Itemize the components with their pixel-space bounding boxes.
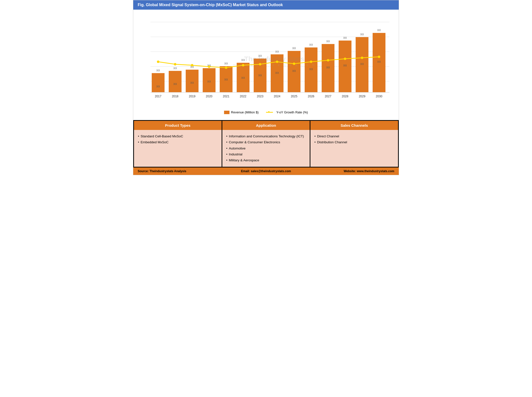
app-item-2: Computer & Consumer Electronics: [226, 139, 306, 145]
svg-text:XX: XX: [156, 85, 160, 88]
chart-svg: XX XX XX XX XX XX XX XX XX XX: [138, 15, 394, 108]
bar-2018: [169, 71, 182, 92]
dot-2017: [157, 61, 159, 63]
footer: Source: Theindustrystats Analysis Email:…: [133, 167, 399, 175]
product-types-body: Standard Cell-Based MxSoC Embedded MxSoC: [134, 130, 222, 167]
svg-text:XX: XX: [258, 54, 262, 57]
chart-area: The Industry Stats m a r k e t r e s e a…: [133, 10, 399, 120]
dot-2021: [225, 66, 227, 69]
svg-text:XX: XX: [377, 60, 381, 63]
legend-revenue: Revenue (Million $): [224, 110, 259, 114]
dot-2030: [378, 56, 380, 58]
dot-2019: [191, 64, 193, 66]
sales-item-2: Distribution Channel: [314, 139, 394, 145]
svg-text:XX: XX: [224, 62, 228, 65]
svg-text:XX: XX: [207, 80, 211, 83]
svg-text:XX: XX: [173, 83, 177, 85]
svg-text:XX: XX: [292, 69, 296, 72]
dot-2023: [259, 63, 261, 65]
xlabel-2018: 2018: [172, 95, 178, 98]
dot-2027: [327, 59, 329, 62]
chart-legend: Revenue (Million $) Y-oY Growth Rate (%): [138, 108, 394, 118]
sales-item-1: Direct Channel: [314, 133, 394, 139]
app-item-5: Military & Aerospace: [226, 157, 306, 163]
dot-2024: [276, 61, 278, 63]
svg-text:XX: XX: [190, 81, 194, 84]
legend-growth: Y-oY Growth Rate (%): [266, 110, 308, 114]
application-list: Information and Communications Technolog…: [226, 133, 306, 163]
dot-2028: [344, 58, 346, 60]
svg-text:XX: XX: [224, 78, 228, 81]
app-item-3: Automotive: [226, 146, 306, 151]
svg-text:XX: XX: [343, 64, 347, 67]
sales-channels-header: Sales Channels: [310, 121, 398, 130]
xlabel-2029: 2029: [359, 95, 365, 98]
svg-text:XX: XX: [275, 71, 279, 74]
xlabel-2026: 2026: [308, 95, 314, 98]
svg-text:XX: XX: [275, 50, 279, 53]
svg-text:XX: XX: [343, 36, 347, 39]
xlabel-2027: 2027: [325, 95, 331, 98]
dot-2029: [361, 57, 363, 59]
svg-text:XX: XX: [241, 59, 245, 62]
xlabel-2017: 2017: [155, 95, 162, 98]
svg-text:XX: XX: [377, 29, 381, 32]
dot-2025: [293, 63, 295, 65]
page-title: Fig. Global Mixed Signal System-on-Chip …: [133, 0, 399, 10]
product-types-header: Product Types: [134, 121, 222, 130]
legend-line-growth: [266, 112, 273, 113]
svg-text:XX: XX: [258, 74, 262, 77]
svg-text:XX: XX: [326, 66, 330, 69]
xlabel-2025: 2025: [291, 95, 297, 98]
app-item-4: Industrial: [226, 151, 306, 157]
product-types-list: Standard Cell-Based MxSoC Embedded MxSoC: [138, 133, 218, 146]
svg-text:XX: XX: [309, 43, 313, 46]
svg-text:XX: XX: [241, 76, 245, 79]
svg-text:XX: XX: [292, 47, 296, 50]
xlabel-2028: 2028: [342, 95, 348, 98]
bar-2017: [152, 73, 165, 92]
product-type-item-1: Standard Cell-Based MxSoC: [138, 133, 218, 139]
xlabel-2030: 2030: [376, 95, 382, 98]
chart-wrapper: The Industry Stats m a r k e t r e s e a…: [138, 15, 394, 108]
dot-2020: [208, 65, 210, 68]
svg-text:XX: XX: [156, 69, 160, 72]
xlabel-2022: 2022: [240, 95, 247, 98]
footer-email: Email: sales@theindustrystats.com: [223, 169, 309, 173]
footer-source: Source: Theindustrystats Analysis: [138, 169, 223, 173]
xlabel-2024: 2024: [274, 95, 281, 98]
dot-2022: [242, 64, 244, 66]
bottom-section: Product Types Standard Cell-Based MxSoC …: [133, 120, 399, 167]
app-item-1: Information and Communications Technolog…: [226, 133, 306, 139]
product-types-col: Product Types Standard Cell-Based MxSoC …: [134, 121, 222, 167]
product-type-item-2: Embedded MxSoC: [138, 139, 218, 145]
svg-text:XX: XX: [173, 67, 177, 70]
xlabel-2020: 2020: [206, 95, 212, 98]
xlabel-2019: 2019: [189, 95, 195, 98]
svg-text:XX: XX: [360, 33, 364, 36]
legend-growth-label: Y-oY Growth Rate (%): [276, 110, 308, 114]
application-header: Application: [222, 121, 310, 130]
application-body: Information and Communications Technolog…: [222, 130, 310, 167]
dot-2018: [174, 63, 176, 65]
footer-website: Website: www.theindustrystats.com: [309, 169, 394, 173]
svg-text:XX: XX: [326, 40, 330, 43]
legend-box-revenue: [224, 111, 229, 114]
xlabel-2023: 2023: [257, 95, 264, 98]
svg-text:XX: XX: [309, 68, 313, 71]
sales-channels-list: Direct Channel Distribution Channel: [314, 133, 394, 146]
main-container: Fig. Global Mixed Signal System-on-Chip …: [133, 0, 399, 175]
xlabel-2021: 2021: [223, 95, 229, 98]
sales-channels-col: Sales Channels Direct Channel Distributi…: [310, 121, 398, 167]
svg-text:XX: XX: [360, 63, 364, 65]
dot-2026: [310, 61, 312, 63]
application-col: Application Information and Communicatio…: [222, 121, 310, 167]
sales-channels-body: Direct Channel Distribution Channel: [310, 130, 398, 167]
legend-revenue-label: Revenue (Million $): [231, 110, 259, 114]
